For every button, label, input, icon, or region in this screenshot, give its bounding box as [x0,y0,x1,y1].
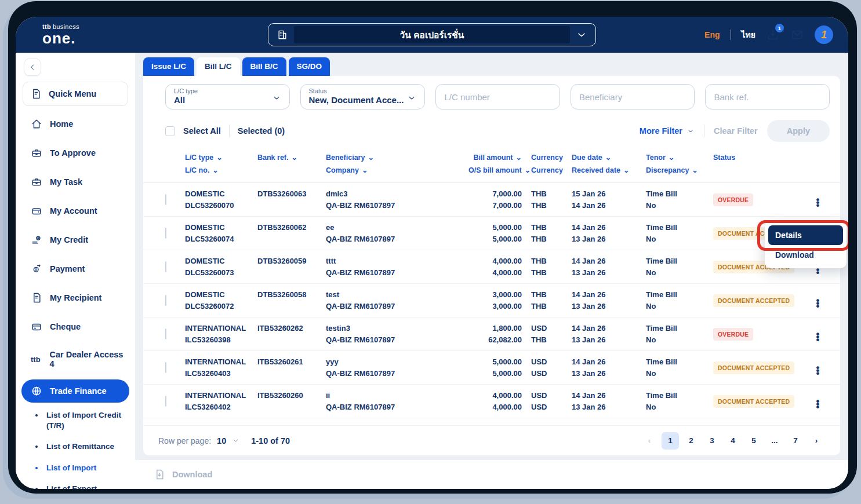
row-checkbox[interactable] [165,228,166,239]
card-icon [31,321,42,333]
column-header-l-c-type[interactable]: L/C type⌄L/C no.⌄ [185,151,257,177]
row-checkbox[interactable] [165,295,166,306]
cell-bank-ref: DTB53260058 [257,289,326,312]
pagination-next[interactable]: › [808,432,825,450]
select-all-checkbox[interactable] [165,126,175,136]
pagination-page-3[interactable]: 3 [703,432,721,450]
sidebar-collapse-button[interactable] [24,59,41,76]
sidebar-item-my-account[interactable]: My Account [16,196,135,225]
download-tray-icon[interactable]: 1 [766,28,780,42]
column-header-due-date[interactable]: Due date⌄Received date⌄ [559,151,630,177]
pagination-page-1[interactable]: 1 [662,432,679,450]
tab-sg-do[interactable]: SG/DO [289,57,330,76]
column-header-beneficiary[interactable]: Beneficiary⌄Company⌄ [326,151,468,177]
row-kebab-menu-icon[interactable]: ••• [805,397,831,406]
sidebar-item-trade-finance[interactable]: Trade Finance [21,379,129,403]
sidebar-item-label: My Task [50,177,82,187]
list-panel: L/C type All Status New, Document Acce..… [143,76,840,455]
table-row[interactable]: INTERNATIONAL ITB53260259 test 3,000.00 … [143,418,840,425]
column-header-bill-amount[interactable]: Bill amount⌄O/S bill amount⌄ [468,151,522,177]
sidebar-item-my-task[interactable]: My Task [16,167,135,196]
row-kebab-menu-icon[interactable]: ••• [805,330,831,338]
table-row[interactable]: INTERNATIONALILC53260402ITB53260260 iiQA… [143,385,840,418]
cell-amounts: 5,000.005,000.00 [468,222,522,244]
sidebar-item-label: Car Dealer Access 4 [50,350,129,368]
pagination-range: 1-10 of 70 [251,436,290,445]
lc-number-input[interactable] [444,92,551,102]
table-row[interactable]: INTERNATIONALILC53260398ITB53260262 test… [143,317,840,351]
chevron-down-icon[interactable] [232,437,239,444]
pagination-page-7[interactable]: 7 [787,432,804,450]
more-filter-button[interactable]: More Filter [640,126,695,136]
pagination-bar: Row per page: 10 1-10 of 70 ‹12345...7› [143,425,840,455]
cell-status: DOCUMENT ACCEPTED [699,361,805,374]
row-checkbox[interactable] [165,194,166,205]
sidebar-subitem-list-of-import[interactable]: List of Import [16,458,135,479]
row-checkbox[interactable] [165,362,166,373]
pagination-page-5[interactable]: 5 [745,432,762,450]
cell-lc-type-no: INTERNATIONALILC53260398 [185,323,257,345]
sidebar-item-cheque[interactable]: Cheque [16,312,135,341]
table-row[interactable]: DOMESTICDLC53260072DTB53260058 testQA-BI… [143,284,840,317]
lang-eng-button[interactable]: Eng [704,30,720,39]
beneficiary-input[interactable] [579,92,686,102]
globe-icon [31,385,42,397]
row-per-page-value[interactable]: 10 [217,436,226,445]
tab-bill-l-c[interactable]: Bill L/C [197,57,240,76]
context-menu-download[interactable]: Download [768,245,843,265]
sidebar-subitem-list-of-import-credit-t-r-[interactable]: List of Import Credit (T/R) [16,405,135,436]
tab-bill-b-c[interactable]: Bill B/C [242,57,286,76]
row-context-menu: Details Download [765,222,847,268]
download-file-icon [154,469,165,480]
bank-ref-input[interactable] [714,92,821,102]
row-checkbox[interactable] [165,261,166,272]
sidebar-item-to-approve[interactable]: To Approve [16,138,135,167]
table-row[interactable]: DOMESTICDLC53260074DTB53260062 eeQA-BIZ … [143,217,840,250]
cell-lc-type-no: DOMESTICDLC53260074 [185,222,257,244]
sidebar-subitem-list-of-export[interactable]: List of Export [16,479,135,489]
column-header-bank-ref-[interactable]: Bank ref.⌄ [257,151,326,177]
clear-filter-button[interactable]: Clear Filter [714,126,758,136]
top-navbar: ttbbusiness one. วัน คอเปอร์เรชั่น Eng ไ… [16,17,848,53]
sidebar-item-my-recipient[interactable]: My Recipient [16,283,135,312]
row-checkbox[interactable] [165,328,166,339]
sidebar-item-my-credit[interactable]: My Credit [16,225,135,254]
cell-currencies: THBTHB [522,188,559,211]
briefcase-icon [31,176,42,188]
sidebar-subitem-label: List of Remittance [46,441,114,452]
table-row[interactable]: DOMESTICDLC53260073DTB53260059 ttttQA-BI… [143,250,840,284]
lang-thai-button[interactable]: ไทย [742,28,755,41]
sidebar-subitem-list-of-remittance[interactable]: List of Remittance [16,436,135,457]
table-row[interactable]: DOMESTICDLC53260070DTB53260063 dmlc3QA-B… [143,183,840,217]
lc-type-value: All [174,95,281,105]
context-menu-details[interactable]: Details [768,225,843,245]
sidebar-item-payment[interactable]: Payment [16,254,135,283]
pagination-prev[interactable]: ‹ [641,432,658,450]
filter-status[interactable]: Status New, Document Acce... [300,84,426,109]
cell-bank-ref: ITB53260261 [257,356,326,379]
sidebar-item-home[interactable]: Home [16,109,135,138]
column-header-tenor[interactable]: Tenor⌄Discrepancy⌄ [630,151,699,177]
cell-tenor-discrepancy: Time BillNo [630,323,699,345]
mail-icon[interactable] [790,28,804,42]
divider [229,125,230,137]
footer-download-bar: Download [135,460,848,489]
pagination-page-4[interactable]: 4 [724,432,742,450]
sidebar-subitem-label: List of Import Credit (T/R) [46,410,128,431]
row-kebab-menu-icon[interactable]: ••• [805,363,831,372]
footer-download-button[interactable]: Download [172,470,212,479]
row-kebab-menu-icon[interactable]: ••• [805,296,831,305]
row-checkbox[interactable] [165,396,166,407]
payment-icon [31,263,42,275]
sidebar-item-quick-menu[interactable]: Quick Menu [23,82,128,106]
table-row[interactable]: INTERNATIONALILC53260403ITB53260261 yyyQ… [143,351,840,385]
apply-button[interactable]: Apply [767,120,830,142]
pagination-page-2[interactable]: 2 [682,432,700,450]
tab-issue-l-c[interactable]: Issue L/C [143,57,194,76]
table-body: DOMESTICDLC53260070DTB53260063 dmlc3QA-B… [143,183,840,425]
sidebar-item-car-dealer-access-4[interactable]: ttbCar Dealer Access 4 [16,341,135,377]
avatar[interactable]: 1 [815,25,833,44]
company-selector[interactable]: วัน คอเปอร์เรชั่น [268,23,596,46]
filter-lc-type[interactable]: L/C type All [165,84,290,109]
row-kebab-menu-icon[interactable]: ••• [805,195,831,204]
